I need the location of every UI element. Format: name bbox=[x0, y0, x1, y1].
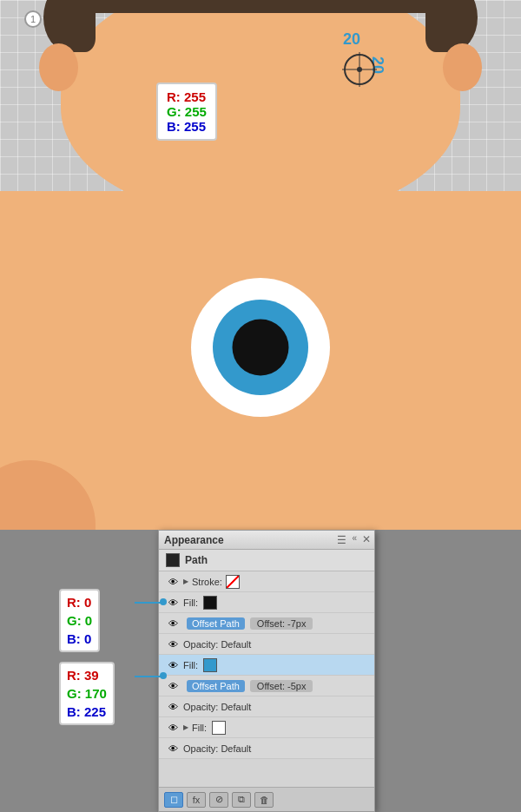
fill-swatch-blue[interactable] bbox=[203, 658, 217, 672]
fill-swatch-black[interactable] bbox=[203, 596, 217, 610]
canvas-area-1: 1 20 20 R: 255 G: 255 B: 255 bbox=[0, 0, 521, 191]
fill-label-3: Fill: bbox=[192, 723, 207, 733]
offset-path-row-1[interactable]: 👁 Offset Path Offset: -7px bbox=[159, 613, 374, 634]
fill-swatch-white[interactable] bbox=[212, 721, 226, 735]
hair-top bbox=[87, 0, 434, 13]
callout-blue-g: G: 170 bbox=[67, 684, 107, 703]
stroke-label: Stroke: bbox=[192, 577, 222, 587]
eye-icon-fill2[interactable]: 👁 bbox=[166, 658, 180, 672]
expand-arrow-stroke[interactable]: ▶ bbox=[183, 578, 188, 585]
eye-icon-offset1[interactable]: 👁 bbox=[166, 617, 180, 630]
panel-collapse-button[interactable]: « bbox=[352, 533, 357, 543]
eye-icon-opacity2[interactable]: 👁 bbox=[166, 700, 180, 714]
offset-path-label-2[interactable]: Offset Path bbox=[187, 680, 245, 692]
hair-side-right bbox=[425, 0, 478, 52]
callout-black-b: B: 0 bbox=[67, 630, 92, 648]
fill-label-1: Fill: bbox=[183, 597, 198, 608]
copy-button[interactable]: ⧉ bbox=[232, 792, 251, 808]
opacity-row-2: 👁 Opacity: Default bbox=[159, 696, 374, 717]
canvas-area-2: 2 bbox=[0, 191, 521, 530]
panel-title: Appearance bbox=[164, 534, 224, 546]
callout-line-blue bbox=[135, 676, 161, 677]
eye-icon-opacity3[interactable]: 👁 bbox=[166, 742, 180, 756]
eye-iris bbox=[213, 300, 308, 395]
callout-black: R: 0 G: 0 B: 0 bbox=[59, 589, 100, 652]
callout-dot-black bbox=[160, 598, 167, 605]
eye-white bbox=[191, 278, 330, 417]
callout-blue-r: R: 39 bbox=[67, 666, 107, 684]
opacity-label-3: Opacity: Default bbox=[183, 743, 251, 754]
opacity-row-3: 👁 Opacity: Default bbox=[159, 738, 374, 759]
offset-path-label-1[interactable]: Offset Path bbox=[187, 617, 245, 630]
chin-left bbox=[0, 460, 96, 530]
callout-black-g: G: 0 bbox=[67, 611, 92, 630]
fill-row-3: 👁 ▶ Fill: bbox=[159, 717, 374, 738]
fx-button[interactable]: fx bbox=[187, 792, 206, 808]
eye-icon-offset2[interactable]: 👁 bbox=[166, 679, 180, 693]
stroke-row: 👁 ▶ Stroke: bbox=[159, 571, 374, 592]
fill-row-1: 👁 Fill: bbox=[159, 592, 374, 613]
opacity-row-1: 👁 Opacity: Default bbox=[159, 634, 374, 655]
eye-icon-fill3[interactable]: 👁 bbox=[166, 721, 180, 735]
offset-value-2: Offset: -5px bbox=[250, 680, 313, 692]
offset-path-row-2[interactable]: 👁 Offset Path Offset: -5px bbox=[159, 676, 374, 696]
face-2 bbox=[0, 191, 521, 530]
path-label: Path bbox=[185, 554, 208, 566]
fill-label-2: Fill: bbox=[183, 660, 198, 670]
path-swatch bbox=[166, 553, 180, 567]
new-art-button[interactable]: ◻ bbox=[164, 792, 183, 808]
head-area-1 bbox=[0, 0, 521, 191]
eye-icon-fill1[interactable]: 👁 bbox=[166, 596, 180, 610]
face-body-2 bbox=[0, 191, 521, 530]
callout-blue-b: B: 225 bbox=[67, 703, 107, 721]
no-icon-button[interactable]: ⊘ bbox=[209, 792, 228, 808]
face-1 bbox=[61, 0, 460, 191]
panel-close-button[interactable]: ✕ bbox=[362, 533, 371, 545]
expand-arrow-fill3[interactable]: ▶ bbox=[183, 723, 188, 731]
color-g-255: G: 255 bbox=[167, 104, 207, 119]
stroke-swatch[interactable] bbox=[226, 575, 240, 589]
color-tooltip-1: R: 255 G: 255 B: 255 bbox=[156, 83, 217, 141]
eye-icon-stroke[interactable]: 👁 bbox=[166, 575, 180, 589]
crosshair bbox=[344, 54, 375, 85]
ear-right bbox=[443, 43, 482, 91]
ear-left bbox=[39, 43, 78, 91]
appearance-panel: Appearance « ✕ ☰ Path 👁 ▶ Stroke: 👁 Fill… bbox=[158, 530, 375, 812]
callout-blue: R: 39 G: 170 B: 225 bbox=[59, 662, 115, 725]
path-row: Path bbox=[159, 550, 374, 571]
color-b-255: B: 255 bbox=[167, 119, 207, 134]
opacity-label-1: Opacity: Default bbox=[183, 639, 251, 650]
ruler-number-top: 20 bbox=[343, 30, 360, 49]
delete-button[interactable]: 🗑 bbox=[254, 792, 274, 808]
panel-footer: ◻ fx ⊘ ⧉ 🗑 bbox=[159, 787, 374, 811]
callout-line-black bbox=[135, 602, 161, 604]
panel-menu-icon[interactable]: ☰ bbox=[337, 534, 346, 546]
eye-icon-opacity1[interactable]: 👁 bbox=[166, 637, 180, 651]
color-r-255: R: 255 bbox=[167, 89, 207, 104]
fill-row-2: 👁 Fill: bbox=[159, 655, 374, 676]
callout-black-r: R: 0 bbox=[67, 593, 92, 611]
panel-titlebar: Appearance « ✕ ☰ bbox=[159, 531, 374, 550]
offset-value-1: Offset: -7px bbox=[250, 617, 313, 630]
eye-pupil bbox=[233, 320, 289, 376]
callout-dot-blue bbox=[160, 672, 167, 679]
opacity-label-2: Opacity: Default bbox=[183, 702, 251, 712]
